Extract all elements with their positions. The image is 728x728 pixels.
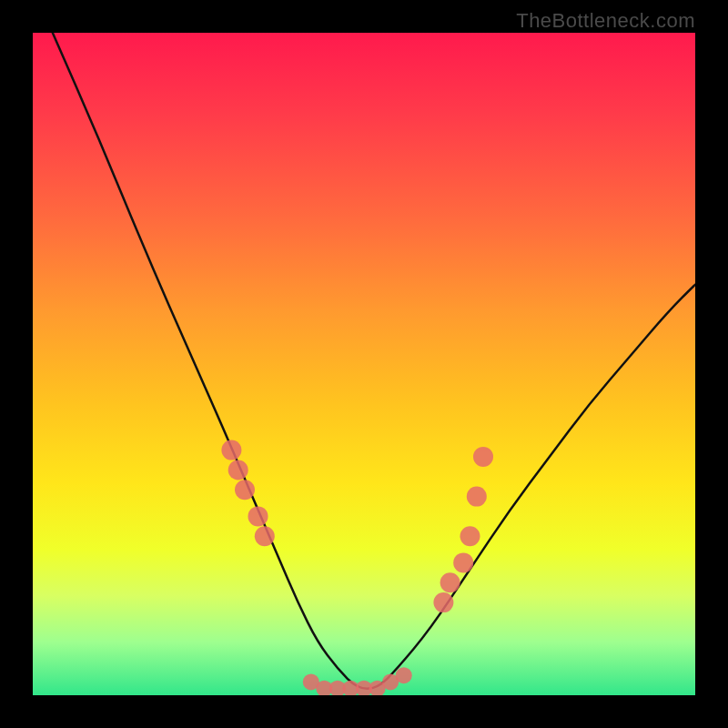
data-marker [440,572,460,592]
data-marker [433,592,453,612]
bottleneck-curve-path [53,33,695,689]
data-marker [460,526,480,546]
data-marker [248,506,268,526]
data-marker [396,667,412,683]
data-marker [467,487,487,507]
watermark-text: TheBottleneck.com [516,9,695,33]
chart-svg [33,33,695,695]
data-marker [235,480,255,500]
data-marker [228,460,248,480]
marker-group [221,440,493,695]
data-marker [473,447,493,467]
data-marker [255,526,275,546]
data-marker [221,440,241,460]
chart-stage: TheBottleneck.com [0,0,728,728]
plot-area [33,33,695,695]
data-marker [453,552,473,572]
